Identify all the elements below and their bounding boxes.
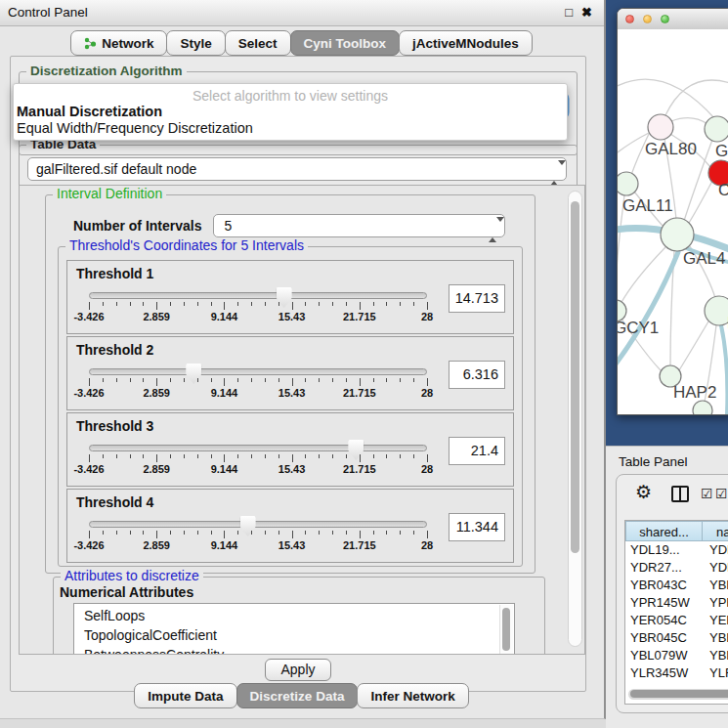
tick-mark xyxy=(89,454,90,462)
tab-cyni-toolbox[interactable]: Cyni Toolbox xyxy=(290,30,401,56)
tick-mark xyxy=(305,531,306,535)
tick-mark xyxy=(170,454,171,458)
network-node-unlabeled[interactable] xyxy=(693,401,712,414)
combo-stepper-icon xyxy=(550,162,560,184)
tick-mark xyxy=(197,302,198,306)
slider-ticks xyxy=(89,302,427,311)
network-node-ga[interactable] xyxy=(705,116,728,142)
desktop-background: GAL80GACGAL11GAL4GCY1HHAP2 xyxy=(606,0,728,446)
checkbox-icon[interactable]: ☑ xyxy=(701,486,713,501)
table-row[interactable]: YLR345WYLR3... xyxy=(625,664,728,682)
table-panel-container: ⚙ ☑ ☑ shared... na... YDL19...YDL1...YDR… xyxy=(616,474,728,713)
tick-label: 28 xyxy=(421,311,433,322)
zoom-light-icon[interactable] xyxy=(661,15,669,23)
threshold-1-slider[interactable]: -3.4262.8599.14415.4321.71528 xyxy=(89,288,427,325)
gear-icon[interactable]: ⚙ xyxy=(635,482,652,503)
float-window-icon[interactable]: □ xyxy=(565,4,573,21)
numerical-attributes-list[interactable]: SelfLoopsTopologicalCoefficientBetweenne… xyxy=(73,603,515,655)
tick-mark xyxy=(184,454,185,458)
table-row[interactable]: YPR145WYPR1... xyxy=(625,594,728,612)
network-canvas[interactable]: GAL80GACGAL11GAL4GCY1HHAP2 xyxy=(618,29,728,414)
tick-mark xyxy=(332,531,333,535)
cell-name: YIL0... xyxy=(703,682,728,686)
table-data-combobox[interactable]: galFiltered.sif default node xyxy=(27,157,567,181)
threshold-3-slider[interactable]: -3.4262.8599.14415.4321.71528 xyxy=(89,441,427,478)
network-node-gal11[interactable] xyxy=(618,172,638,195)
bottom-tab-infer-network[interactable]: Infer Network xyxy=(357,683,468,708)
attribute-items: SelfLoopsTopologicalCoefficientBetweenne… xyxy=(84,606,500,655)
network-node-gal4[interactable] xyxy=(661,218,694,251)
tick-mark xyxy=(197,531,198,535)
slider-track[interactable] xyxy=(89,445,427,451)
table-row[interactable]: YBL079WYBL0... xyxy=(625,647,728,664)
attributes-list-scrollbar[interactable] xyxy=(499,605,513,655)
threshold-4-slider[interactable]: -3.4262.8599.14415.4321.71528 xyxy=(89,517,427,554)
checkbox-icon[interactable]: ☑ xyxy=(715,486,728,501)
number-of-intervals-value: 5 xyxy=(224,218,232,234)
tick-label: 21.715 xyxy=(343,539,376,551)
threshold-4-value-field[interactable]: 11.344 xyxy=(449,513,505,541)
tick-mark xyxy=(373,302,374,306)
table-horizontal-scrollbar[interactable] xyxy=(628,689,728,700)
column-header-name[interactable]: na... xyxy=(703,521,728,541)
top-tabstrip: NetworkStyleSelectCyni ToolboxjActiveMNo… xyxy=(0,30,604,56)
network-view-window: GAL80GACGAL11GAL4GCY1HHAP2 xyxy=(617,8,728,415)
table-hscrollbar-thumb[interactable] xyxy=(630,690,728,698)
table-row[interactable]: YBR043CYBR0... xyxy=(625,577,728,594)
tick-mark xyxy=(292,454,293,462)
cell-name: YDR2... xyxy=(703,559,728,577)
threshold-2-value-field[interactable]: 6.316 xyxy=(449,361,505,389)
close-light-icon[interactable] xyxy=(625,15,634,23)
tick-mark xyxy=(278,454,279,458)
network-node-gal80[interactable] xyxy=(648,114,673,140)
network-edge-thick xyxy=(721,325,727,414)
slider-track[interactable] xyxy=(89,292,427,299)
tick-mark xyxy=(89,302,90,310)
tab-jactivemnodules-label: jActiveMNodules xyxy=(412,32,519,55)
tick-mark xyxy=(237,454,238,458)
tab-style[interactable]: Style xyxy=(166,30,225,56)
slider-ticks xyxy=(89,531,427,539)
attribute-item-selfloops[interactable]: SelfLoops xyxy=(84,606,500,625)
network-node-h[interactable] xyxy=(705,296,728,325)
tick-mark xyxy=(184,531,185,535)
settings-vertical-scrollbar[interactable] xyxy=(568,191,582,647)
algorithm-option-manual-discretization[interactable]: Manual Discretization xyxy=(17,104,162,119)
tick-mark xyxy=(332,378,333,382)
slider-track[interactable] xyxy=(89,368,427,375)
slider-track[interactable] xyxy=(89,521,427,528)
threshold-1-value-field[interactable]: 14.713 xyxy=(449,284,505,313)
algorithm-option-equal-width-frequency[interactable]: Equal Width/Frequency Discretization xyxy=(17,120,253,136)
slider-ticks xyxy=(89,378,427,387)
number-of-intervals-label: Number of Intervals xyxy=(73,218,201,234)
algorithm-dropdown-popup: Select algorithm to view settings Manual… xyxy=(13,83,568,141)
number-of-intervals-combobox[interactable]: 5 xyxy=(213,214,505,237)
tab-jactivemnodules[interactable]: jActiveMNodules xyxy=(399,30,533,56)
close-window-icon[interactable]: ✖ xyxy=(581,4,592,21)
tick-label: 21.715 xyxy=(343,463,376,475)
threshold-3-value-field[interactable]: 21.4 xyxy=(449,437,505,465)
table-row[interactable]: YIL052CYIL0... xyxy=(625,682,728,686)
tick-label: -3.426 xyxy=(73,539,104,551)
cell-shared-name: YBR045C xyxy=(625,629,703,647)
tick-mark xyxy=(251,531,252,535)
bottom-tab-impute-data[interactable]: Impute Data xyxy=(134,683,236,708)
attributes-scrollbar-thumb[interactable] xyxy=(502,608,510,651)
tick-label: 9.144 xyxy=(211,387,238,399)
tab-network[interactable]: Network xyxy=(70,30,167,56)
threshold-2-slider[interactable]: -3.4262.8599.14415.4321.71528 xyxy=(89,364,427,402)
cell-name: YDL1... xyxy=(703,541,728,559)
attribute-item-betweennesscentrality[interactable]: BetweennessCentrality xyxy=(84,645,500,655)
settings-scrollbar-thumb[interactable] xyxy=(571,201,579,553)
attribute-item-topologicalcoefficient[interactable]: TopologicalCoefficient xyxy=(84,625,500,645)
column-header-shared-name[interactable]: shared... xyxy=(625,521,703,541)
table-row[interactable]: YER054CYER0... xyxy=(625,612,728,629)
split-columns-icon[interactable] xyxy=(671,486,689,502)
minimize-light-icon[interactable] xyxy=(643,15,652,23)
tab-select[interactable]: Select xyxy=(225,30,291,56)
apply-button[interactable]: Apply xyxy=(265,659,331,681)
table-row[interactable]: YDR27...YDR2... xyxy=(625,559,728,577)
bottom-tab-discretize-data[interactable]: Discretize Data xyxy=(236,683,359,708)
table-row[interactable]: YDL19...YDL1... xyxy=(625,541,728,559)
table-row[interactable]: YBR045CYBR0... xyxy=(625,629,728,647)
